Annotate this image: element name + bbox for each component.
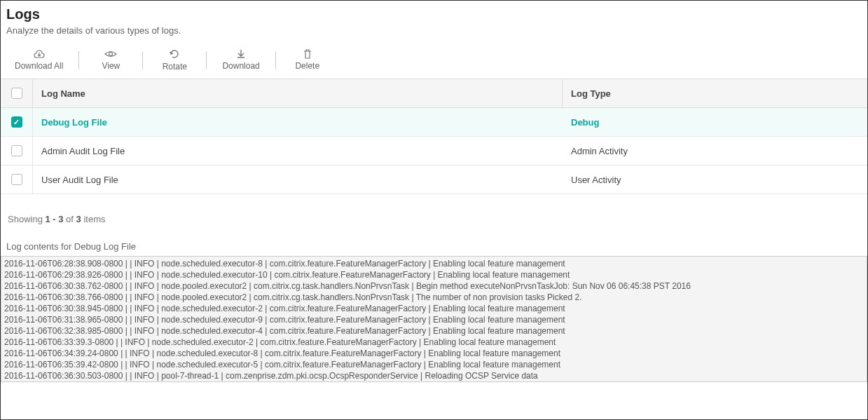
log-contents-pane[interactable]: 2016-11-06T06:28:38.908-0800 | | INFO | … <box>1 256 867 382</box>
column-header-name[interactable]: Log Name <box>33 79 563 107</box>
pager-range: 1 - 3 <box>45 214 63 224</box>
log-line: 2016-11-06T06:36:30.503-0800 | | INFO | … <box>4 370 864 381</box>
download-all-button[interactable]: Download All <box>6 49 71 71</box>
select-all-checkbox[interactable] <box>11 88 22 99</box>
pager-prefix: Showing <box>8 214 45 224</box>
cloud-download-icon <box>34 49 45 59</box>
rotate-button[interactable]: Rotate <box>150 48 199 72</box>
view-button[interactable]: View <box>86 49 135 71</box>
log-line: 2016-11-06T06:33:39.3-0800 | | INFO | no… <box>4 337 864 348</box>
checkbox-cell[interactable] <box>1 108 33 136</box>
download-button[interactable]: Download <box>214 49 268 71</box>
toolbar: Download All View Rotate Download Delete <box>1 44 867 76</box>
log-name-cell[interactable]: Admin Audit Log File <box>33 137 563 165</box>
toolbar-label: Rotate <box>163 62 187 72</box>
separator <box>142 51 143 69</box>
log-line: 2016-11-06T06:34:39.24-0800 | | INFO | n… <box>4 348 864 359</box>
delete-button[interactable]: Delete <box>283 49 332 71</box>
table-row[interactable]: Debug Log FileDebug <box>1 108 867 137</box>
row-checkbox[interactable] <box>11 145 22 156</box>
page-title: Logs <box>6 6 862 22</box>
separator <box>78 51 79 69</box>
page-header: Logs Analyze the details of various type… <box>1 6 867 44</box>
log-type-cell: Debug <box>563 108 867 136</box>
column-header-type[interactable]: Log Type <box>563 79 867 107</box>
log-name-cell[interactable]: User Audit Log File <box>33 165 563 194</box>
rotate-icon <box>169 48 180 60</box>
toolbar-label: Download All <box>15 61 63 71</box>
checkbox-cell[interactable] <box>1 137 33 165</box>
pager-total: 3 <box>76 214 81 224</box>
table-header-row: Log Name Log Type <box>1 79 867 108</box>
row-checkbox[interactable] <box>11 174 22 185</box>
select-all-cell[interactable] <box>1 79 33 107</box>
log-line: 2016-11-06T06:30:38.762-0800 | | INFO | … <box>4 280 864 292</box>
toolbar-label: Delete <box>295 61 319 71</box>
log-line: 2016-11-06T06:32:38.985-0800 | | INFO | … <box>4 325 864 337</box>
page-subtitle: Analyze the details of various types of … <box>6 25 862 36</box>
pager-suffix: items <box>81 214 106 224</box>
log-pane-title: Log contents for Debug Log File <box>1 237 867 256</box>
log-type-cell: User Activity <box>563 165 867 194</box>
log-type-cell: Admin Activity <box>563 137 867 165</box>
table-row[interactable]: User Audit Log FileUser Activity <box>1 165 867 194</box>
log-line: 2016-11-06T06:30:38.766-0800 | | INFO | … <box>4 292 864 303</box>
toolbar-label: Download <box>222 61 259 71</box>
separator <box>275 51 276 69</box>
table-row[interactable]: Admin Audit Log FileAdmin Activity <box>1 137 867 165</box>
log-line: 2016-11-06T06:35:39.42-0800 | | INFO | n… <box>4 359 864 370</box>
log-name-cell[interactable]: Debug Log File <box>33 108 563 136</box>
separator <box>206 51 207 69</box>
row-checkbox[interactable] <box>11 116 22 128</box>
log-line: 2016-11-06T06:29:38.926-0800 | | INFO | … <box>4 269 864 280</box>
svg-point-0 <box>109 53 113 56</box>
trash-icon <box>303 49 312 59</box>
logs-table: Log Name Log Type Debug Log FileDebugAdm… <box>1 79 867 194</box>
download-icon <box>236 49 246 59</box>
log-line: 2016-11-06T06:31:38.965-0800 | | INFO | … <box>4 314 864 325</box>
toolbar-label: View <box>102 61 120 71</box>
checkbox-cell[interactable] <box>1 165 33 194</box>
pager: Showing 1 - 3 of 3 items <box>1 194 867 237</box>
pager-mid: of <box>64 214 76 224</box>
log-line: 2016-11-06T06:28:38.908-0800 | | INFO | … <box>4 258 864 269</box>
log-line: 2016-11-06T06:30:38.945-0800 | | INFO | … <box>4 303 864 314</box>
eye-icon <box>104 49 117 59</box>
